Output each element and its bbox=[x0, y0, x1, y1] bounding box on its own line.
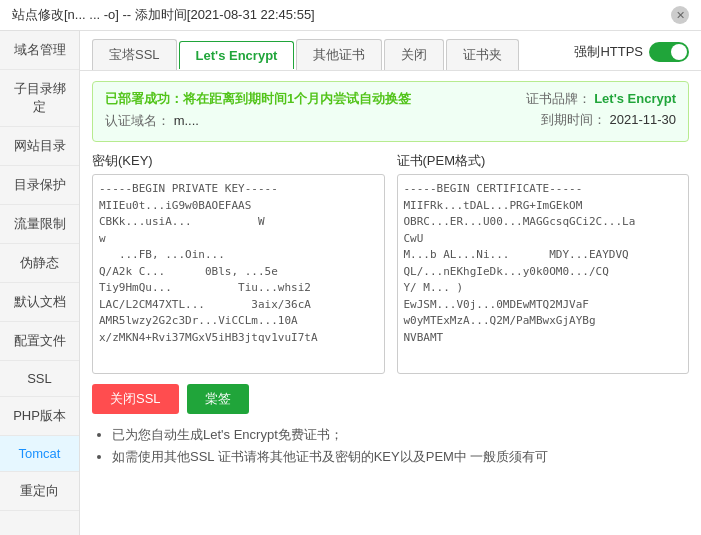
main-panel: 宝塔SSL Let's Encrypt 其他证书 关闭 证书夹 强制HTTPS bbox=[80, 31, 701, 535]
sidebar-item-sitemap[interactable]: 网站目录 bbox=[0, 127, 79, 166]
https-toggle-area: 强制HTTPS bbox=[574, 42, 689, 68]
close-ssl-button[interactable]: 关闭SSL bbox=[92, 384, 179, 414]
expiry-value: 2021-11-30 bbox=[610, 112, 677, 127]
cert-section-label: 证书(PEM格式) bbox=[397, 152, 690, 170]
tab-cert-folder[interactable]: 证书夹 bbox=[446, 39, 519, 70]
tab-baota-ssl[interactable]: 宝塔SSL bbox=[92, 39, 177, 70]
expiry-label: 到期时间： bbox=[541, 112, 606, 127]
brand-row: 证书品牌： Let's Encrypt bbox=[526, 90, 676, 108]
key-section-label: 密钥(KEY) bbox=[92, 152, 385, 170]
sidebar-item-config[interactable]: 配置文件 bbox=[0, 322, 79, 361]
action-buttons: 关闭SSL 棠签 bbox=[92, 384, 689, 414]
domain-row: 认证域名： m.... bbox=[105, 112, 411, 130]
main-window: 站点修改[n... ... -o] -- 添加时间[2021-08-31 22:… bbox=[0, 0, 701, 535]
brand-value: Let's Encrypt bbox=[594, 91, 676, 106]
sidebar-item-php[interactable]: PHP版本 bbox=[0, 397, 79, 436]
success-text: 已部署成功：将在距离到期时间1个月内尝试自动换签 bbox=[105, 90, 411, 108]
sidebar-item-domain[interactable]: 域名管理 bbox=[0, 31, 79, 70]
content-area: 域名管理 子目录绑定 网站目录 目录保护 流量限制 伪静态 默认文档 配置文件 bbox=[0, 31, 701, 535]
cert-section: 证书(PEM格式) -----BEGIN CERTIFICATE----- MI… bbox=[397, 152, 690, 374]
panel-content: 已部署成功：将在距离到期时间1个月内尝试自动换签 认证域名： m.... 证书品… bbox=[80, 71, 701, 535]
sidebar-item-traffic[interactable]: 流量限制 bbox=[0, 205, 79, 244]
https-toggle-switch[interactable] bbox=[649, 42, 689, 62]
bookmark-button[interactable]: 棠签 bbox=[187, 384, 249, 414]
tab-other-cert[interactable]: 其他证书 bbox=[296, 39, 382, 70]
https-toggle-label: 强制HTTPS bbox=[574, 43, 643, 61]
sidebar-item-ssl[interactable]: SSL bbox=[0, 361, 79, 397]
success-banner-right: 证书品牌： Let's Encrypt 到期时间： 2021-11-30 bbox=[526, 90, 676, 132]
tab-lets-encrypt[interactable]: Let's Encrypt bbox=[179, 41, 295, 69]
sidebar-item-redirect[interactable]: 重定向 bbox=[0, 472, 79, 511]
success-banner: 已部署成功：将在距离到期时间1个月内尝试自动换签 认证域名： m.... 证书品… bbox=[92, 81, 689, 142]
notes-section: 已为您自动生成Let's Encrypt免费证书； 如需使用其他SSL 证书请将… bbox=[92, 426, 689, 466]
cert-textarea[interactable]: -----BEGIN CERTIFICATE----- MIIFRk...tDA… bbox=[397, 174, 690, 374]
note-item-2: 如需使用其他SSL 证书请将其他证书及密钥的KEY以及PEM中 一般质须有可 bbox=[112, 448, 689, 466]
sidebar-item-pseudostatic[interactable]: 伪静态 bbox=[0, 244, 79, 283]
sidebar-item-tomcat[interactable]: Tomcat bbox=[0, 436, 79, 472]
title-bar: 站点修改[n... ... -o] -- 添加时间[2021-08-31 22:… bbox=[0, 0, 701, 31]
note-item-1: 已为您自动生成Let's Encrypt免费证书； bbox=[112, 426, 689, 444]
close-window-button[interactable]: ✕ bbox=[671, 6, 689, 24]
expiry-row: 到期时间： 2021-11-30 bbox=[526, 111, 676, 129]
sidebar: 域名管理 子目录绑定 网站目录 目录保护 流量限制 伪静态 默认文档 配置文件 bbox=[0, 31, 80, 535]
key-textarea[interactable]: -----BEGIN PRIVATE KEY----- MIIEu0t...iG… bbox=[92, 174, 385, 374]
tab-close[interactable]: 关闭 bbox=[384, 39, 444, 70]
key-section: 密钥(KEY) -----BEGIN PRIVATE KEY----- MIIE… bbox=[92, 152, 385, 374]
sidebar-item-defaultdoc[interactable]: 默认文档 bbox=[0, 283, 79, 322]
sidebar-item-subdir[interactable]: 子目录绑定 bbox=[0, 70, 79, 127]
sidebar-item-dirprotect[interactable]: 目录保护 bbox=[0, 166, 79, 205]
brand-label: 证书品牌： bbox=[526, 91, 591, 106]
domain-label: 认证域名： bbox=[105, 113, 170, 128]
window-title: 站点修改[n... ... -o] -- 添加时间[2021-08-31 22:… bbox=[12, 6, 315, 24]
success-banner-left: 已部署成功：将在距离到期时间1个月内尝试自动换签 认证域名： m.... bbox=[105, 90, 411, 133]
domain-value: m.... bbox=[174, 113, 199, 128]
keys-area: 密钥(KEY) -----BEGIN PRIVATE KEY----- MIIE… bbox=[92, 152, 689, 374]
tab-bar: 宝塔SSL Let's Encrypt 其他证书 关闭 证书夹 强制HTTPS bbox=[80, 31, 701, 71]
